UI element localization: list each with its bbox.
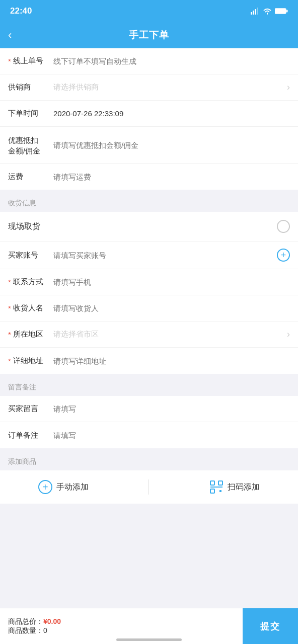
discount-label: 优惠抵扣金额/佣金 (8, 134, 53, 156)
buyer-account-input[interactable] (53, 251, 277, 260)
svg-rect-0 (251, 12, 252, 15)
wifi-icon (263, 8, 272, 15)
region-row[interactable]: 所在地区 请选择省市区 › (0, 321, 298, 348)
supplier-placeholder: 请选择供销商 (53, 83, 283, 92)
svg-rect-7 (218, 481, 222, 485)
svg-rect-1 (253, 11, 254, 15)
region-arrow-icon: › (287, 329, 290, 340)
address-row: 详细地址 (0, 348, 298, 374)
order-remark-label: 订单备注 (8, 431, 53, 440)
svg-rect-6 (210, 481, 214, 485)
supplier-label: 供销商 (8, 83, 53, 92)
remarks-group: 买家留言 订单备注 (0, 396, 298, 448)
receiver-name-row: 收货人名 (0, 295, 298, 321)
status-icons (251, 8, 288, 15)
receiver-name-label: 收货人名 (8, 303, 53, 313)
buyer-account-label: 买家账号 (8, 251, 53, 260)
order-remark-row: 订单备注 (0, 422, 298, 448)
freight-input[interactable] (53, 173, 290, 181)
order-time-row: 下单时间 2020-07-26 22:33:09 (0, 101, 298, 127)
supplier-row[interactable]: 供销商 请选择供销商 › (0, 74, 298, 101)
discount-input[interactable] (53, 141, 290, 149)
discount-row: 优惠抵扣金额/佣金 (0, 127, 298, 164)
svg-rect-10 (219, 490, 221, 492)
manual-add-icon: + (38, 480, 52, 494)
svg-rect-5 (286, 10, 288, 13)
order-time-label: 下单时间 (8, 109, 53, 118)
contact-input[interactable] (53, 278, 290, 286)
scan-icon (209, 480, 224, 494)
buyer-remark-row: 买家留言 (0, 396, 298, 422)
order-info-group: 线上单号 供销商 请选择供销商 › 下单时间 2020-07-26 22:33:… (0, 48, 298, 190)
bottom-info: 商品总价：¥0.00 商品数量：0 (0, 617, 243, 635)
page-title: 手工下单 (129, 29, 169, 42)
region-label: 所在地区 (8, 330, 53, 339)
buyer-remark-input[interactable] (53, 405, 290, 413)
submit-label: 提交 (260, 620, 280, 632)
signal-icon (251, 8, 260, 15)
order-time-value: 2020-07-26 22:33:09 (53, 109, 290, 118)
order-number-label: 线上单号 (8, 56, 53, 66)
total-price-row: 商品总价：¥0.00 (8, 617, 235, 626)
address-input[interactable] (53, 357, 290, 365)
add-buttons-divider (148, 479, 149, 495)
add-buyer-button[interactable]: + (277, 249, 290, 262)
freight-label: 运费 (8, 172, 53, 182)
pickup-label: 现场取货 (8, 221, 40, 232)
pickup-row: 现场取货 (0, 212, 298, 242)
order-number-input[interactable] (53, 57, 290, 65)
add-product-group: + 手动添加 扫码添加 (0, 470, 298, 504)
receiver-name-input[interactable] (53, 304, 290, 312)
region-placeholder: 请选择省市区 (53, 330, 283, 339)
manual-add-button[interactable]: + 手动添加 (38, 480, 89, 494)
scan-add-button[interactable]: 扫码添加 (209, 480, 260, 494)
content: 线上单号 供销商 请选择供销商 › 下单时间 2020-07-26 22:33:… (0, 48, 298, 549)
buyer-remark-label: 买家留言 (8, 404, 53, 414)
total-value: 0.00 (47, 617, 61, 625)
battery-icon (275, 8, 288, 15)
remarks-section-header: 留言备注 (0, 379, 298, 396)
nav-bar: ‹ 手工下单 (0, 22, 298, 48)
status-bar: 22:40 (0, 0, 298, 22)
svg-rect-8 (210, 489, 214, 493)
add-product-row: + 手动添加 扫码添加 (0, 470, 298, 504)
manual-add-label: 手动添加 (56, 482, 89, 493)
address-label: 详细地址 (8, 356, 53, 366)
home-indicator (116, 638, 182, 641)
scan-add-label: 扫码添加 (228, 482, 260, 493)
count-label: 商品数量： (8, 626, 43, 634)
total-prefix: ¥ (43, 617, 47, 625)
add-product-section-header: 添加商品 (0, 453, 298, 470)
status-time: 22:40 (10, 6, 32, 16)
product-count-row: 商品数量：0 (8, 626, 235, 635)
svg-rect-2 (255, 9, 256, 15)
svg-rect-4 (275, 9, 286, 14)
contact-row: 联系方式 (0, 269, 298, 295)
count-value: 0 (43, 626, 47, 634)
submit-button[interactable]: 提交 (243, 608, 298, 645)
contact-label: 联系方式 (8, 277, 53, 287)
order-number-row: 线上单号 (0, 48, 298, 74)
shipping-group: 现场取货 买家账号 + 联系方式 收货人名 所在地区 请选择省市区 › 详细地址 (0, 212, 298, 374)
back-button[interactable]: ‹ (8, 30, 12, 41)
shipping-section-header: 收货信息 (0, 195, 298, 212)
supplier-arrow-icon: › (287, 82, 290, 93)
total-label: 商品总价： (8, 617, 43, 625)
freight-row: 运费 (0, 164, 298, 190)
order-remark-input[interactable] (53, 431, 290, 440)
pickup-radio[interactable] (277, 220, 290, 233)
svg-rect-3 (257, 8, 258, 15)
buyer-account-row: 买家账号 + (0, 242, 298, 269)
